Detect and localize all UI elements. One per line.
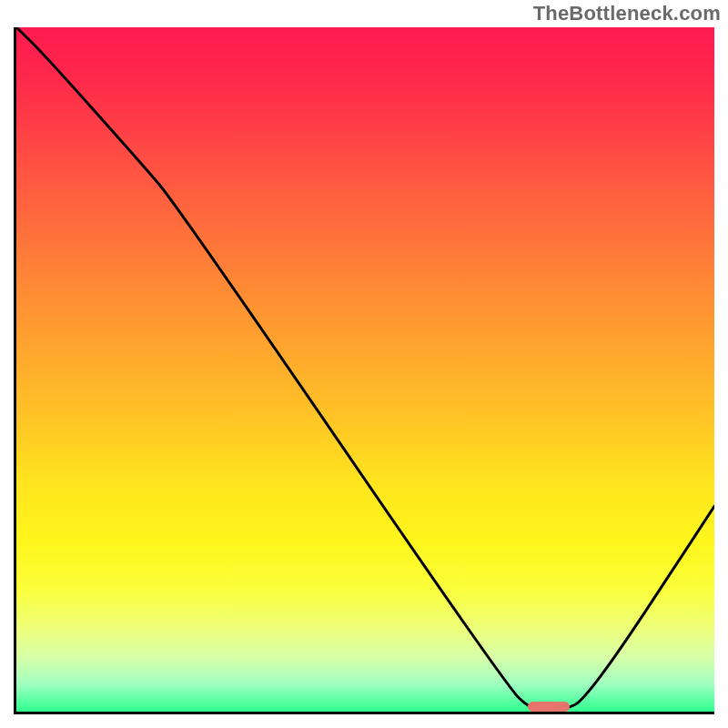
chart-container: TheBottleneck.com — [0, 0, 728, 728]
watermark-label: TheBottleneck.com — [533, 2, 721, 25]
optimal-zone-marker — [528, 702, 570, 712]
bottleneck-curve — [16, 27, 714, 712]
plot-area — [14, 27, 714, 714]
